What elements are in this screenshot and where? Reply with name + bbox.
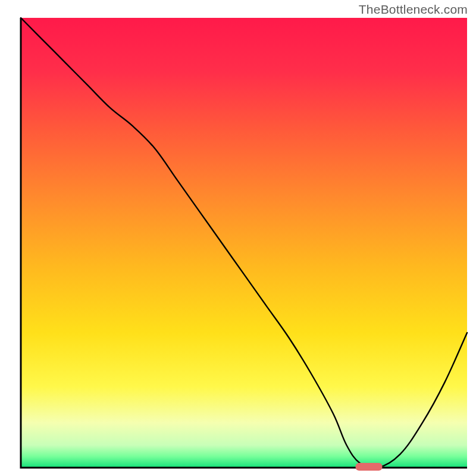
- chart-container: TheBottleneck.com: [0, 0, 476, 476]
- bottleneck-chart: [0, 0, 476, 476]
- optimal-marker: [356, 463, 383, 471]
